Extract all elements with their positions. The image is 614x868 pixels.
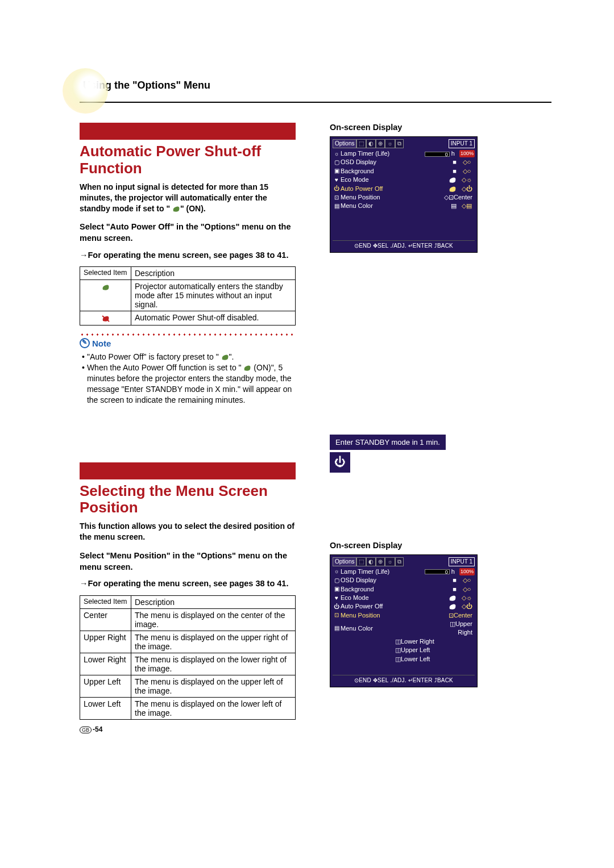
table-row: Upper Left (80, 675, 131, 697)
table-row: The menu is displayed on the upper right… (131, 631, 296, 653)
osd-tab-icon: ◐ (366, 557, 376, 566)
section2-heading: Selecting the Menu Screen Position (80, 483, 296, 517)
osd-item: OSD Display (341, 576, 426, 585)
table-row: The menu is displayed on the lower right… (131, 653, 296, 675)
osd-item: Lamp Timer (Life) (341, 567, 424, 576)
intro-suffix: " (ON). (180, 204, 206, 213)
note-icon (80, 338, 90, 348)
section-bar (80, 462, 296, 479)
note-label: Note (80, 338, 296, 348)
leaf-on-icon (221, 354, 229, 361)
section1-instruct2: →For operating the menu screen, see page… (80, 250, 296, 261)
section1-intro: When no input signal is detected for mor… (80, 182, 296, 214)
osd-tab-icon: ⊕ (376, 557, 385, 566)
table-row: The menu is displayed on the center of t… (131, 608, 296, 631)
osd-display-2: Options ⬚ ◐ ⊕ ☼ ⧉ INPUT 1 ☼Lamp Timer (L… (330, 554, 478, 687)
table-desc-off: Automatic Power Shut-off disabled. (131, 311, 296, 326)
osd-tab-icon: ◐ (366, 139, 376, 148)
osd-lamp-h: h (451, 150, 455, 157)
osd-item-highlight: Auto Power Off (341, 185, 426, 193)
osd-item: Menu Color (341, 202, 426, 210)
osd-lamp-h: h (451, 568, 455, 575)
osd-item: Lamp Timer (Life) (341, 149, 424, 158)
note2: When the Auto Power Off function is set … (87, 362, 296, 406)
section1-heading: Automatic Power Shut-off Function (80, 143, 296, 177)
table-icon-on (80, 280, 131, 311)
osd-item: Menu Color (341, 624, 442, 633)
osd-sub-item: Center (454, 612, 472, 619)
osd-sub-item: Lower Left (401, 656, 430, 662)
osd-sub-item: Upper Right (455, 620, 472, 636)
note1: "Auto Power Off" is factory preset to " … (87, 352, 234, 362)
table-row: Center (80, 608, 131, 631)
page-title: Using the "Options" Menu (83, 80, 551, 91)
osd-item-highlight: Menu Position (341, 611, 442, 620)
standby-message: Enter STANDBY mode in 1 min. (330, 435, 446, 450)
table-row: Upper Right (80, 631, 131, 653)
note1a: "Auto Power Off" is factory preset to " (87, 352, 221, 361)
osd-item: Background (341, 585, 426, 594)
table-header-desc: Description (131, 595, 296, 608)
gb-badge: GB (80, 727, 92, 733)
note-body: "Auto Power Off" is factory preset to " … (80, 352, 296, 405)
table-header-item: Selected Item (80, 595, 131, 608)
osd-label: On-screen Display (330, 541, 551, 550)
table-row: The menu is displayed on the upper left … (131, 675, 296, 697)
osd-val: Center (454, 194, 472, 201)
osd-input-badge: INPUT 1 (449, 557, 475, 566)
note-label-text: Note (92, 339, 111, 348)
table-row: The menu is displayed on the lower left … (131, 697, 296, 719)
dotted-divider (80, 331, 296, 336)
leaf-on-icon (172, 206, 180, 212)
section2-intro: This function allows you to select the d… (80, 521, 296, 542)
table-desc-on: Projector automatically enters the stand… (131, 280, 296, 311)
osd-item: Auto Power Off (341, 602, 426, 611)
table-header-desc: Description (131, 267, 296, 280)
header-glow (63, 68, 108, 114)
section2-instruct1: Select "Menu Position" in the "Options" … (80, 550, 296, 573)
osd-tab-icon: ☼ (385, 139, 395, 148)
osd-tab-icon: ☼ (385, 557, 395, 566)
osd-item: Menu Position (341, 193, 442, 202)
osd-tab-options: Options (333, 139, 356, 148)
osd-label: On-screen Display (330, 123, 551, 132)
header-divider (80, 102, 551, 103)
note1b: ". (229, 352, 234, 361)
osd-lamp-pct: 100% (459, 568, 475, 575)
osd-item: OSD Display (341, 158, 426, 166)
osd-item: Eco Mode (341, 594, 426, 602)
section2-table: Selected Item Description CenterThe menu… (80, 595, 296, 720)
table-row: Lower Right (80, 653, 131, 675)
osd-item: Eco Mode (341, 176, 426, 184)
osd-tab-icon: ⧉ (395, 139, 404, 148)
section-bar (80, 123, 296, 140)
table-header-item: Selected Item (80, 267, 131, 280)
page-number: GB-54 (80, 725, 102, 733)
osd-sub-item: Upper Left (401, 646, 430, 653)
osd-footer: ⊙END ✥SEL ./ADJ. ↵ENTER ⤴BACK (333, 240, 475, 250)
standby-icon: ⏻ (330, 452, 350, 473)
osd-input-badge: INPUT 1 (449, 139, 475, 148)
section2-instruct2: →For operating the menu screen, see page… (80, 578, 296, 590)
leaf-on-icon (243, 365, 251, 372)
page-num-text: -54 (93, 725, 102, 733)
table-row: Lower Left (80, 697, 131, 719)
note2a: When the Auto Power Off function is set … (87, 363, 244, 372)
osd-tab-icon: ⬚ (356, 557, 366, 566)
osd-item: Background (341, 167, 426, 176)
osd-tab-icon: ⊕ (376, 139, 385, 148)
osd-tab-options: Options (333, 557, 356, 566)
section1-instruct1: Select "Auto Power Off" in the "Options"… (80, 222, 296, 244)
osd-sub-item: Lower Right (401, 638, 434, 645)
osd-tab-icon: ⬚ (356, 139, 366, 148)
osd-tab-icon: ⧉ (395, 557, 404, 566)
section1-table: Selected Item Description Projector auto… (80, 266, 296, 326)
osd-lamp-pct: 100% (459, 150, 475, 157)
osd-display-1: Options ⬚ ◐ ⊕ ☼ ⧉ INPUT 1 ☼Lamp Timer (L… (330, 136, 478, 253)
table-icon-off (80, 311, 131, 326)
osd-footer: ⊙END ✥SEL ./ADJ. ↵ENTER ⤴BACK (333, 675, 475, 685)
